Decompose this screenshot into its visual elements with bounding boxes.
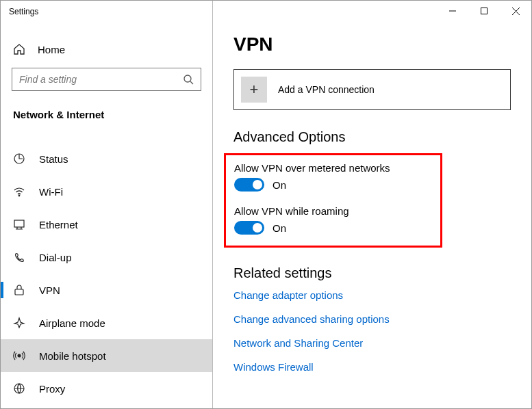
sidebar-item-label: Wi-Fi [39,186,63,198]
svg-point-2 [18,195,20,196]
sidebar-item-label: Airplane mode [39,317,105,329]
link-advanced-sharing[interactable]: Change advanced sharing options [233,313,511,325]
setting-metered-label: Allow VPN over metered networks [234,162,432,174]
search-input[interactable] [19,74,183,85]
sidebar-item-hotspot[interactable]: Mobile hotspot [1,339,212,372]
sidebar-item-label: Proxy [39,383,65,395]
close-button[interactable] [500,1,531,21]
ethernet-icon [13,218,25,230]
window-controls [437,1,531,21]
nav-home[interactable]: Home [1,36,212,64]
search-icon [183,74,194,85]
related-links: Change adapter options Change advanced s… [233,289,511,373]
proxy-icon [13,382,25,395]
sidebar-item-dialup[interactable]: Dial-up [1,241,212,274]
sidebar: Settings Home Network & Internet [1,1,213,408]
dialup-icon [13,251,25,263]
category-title: Network & Internet [1,101,212,130]
svg-point-0 [184,75,191,82]
toggle-metered-state: On [273,179,286,191]
settings-window: Settings Home Network & Internet [1,1,531,408]
add-vpn-label: Add a VPN connection [278,84,375,95]
sidebar-item-label: Status [39,153,68,165]
hotspot-icon [13,349,25,362]
sidebar-item-label: Mobile hotspot [39,350,106,362]
svg-rect-4 [15,289,23,295]
maximize-button[interactable] [468,1,500,21]
advanced-options-title: Advanced Options [233,129,511,145]
nav-list: Status Wi-Fi Ethernet Dial-up [1,142,212,405]
svg-point-5 [18,354,21,357]
home-icon [13,43,25,55]
page-title: VPN [233,34,511,55]
setting-roaming-label: Allow VPN while roaming [234,205,432,217]
sidebar-item-ethernet[interactable]: Ethernet [1,208,212,241]
titlebar: Settings [1,1,212,23]
link-adapter-options[interactable]: Change adapter options [233,289,511,301]
vpn-icon [13,284,25,296]
related-settings-title: Related settings [233,265,511,281]
plus-icon: + [241,77,267,103]
airplane-icon [13,317,25,329]
sidebar-item-label: VPN [39,285,60,296]
toggle-roaming[interactable] [234,221,264,235]
wifi-icon [13,185,25,198]
sidebar-item-label: Dial-up [39,252,72,263]
toggle-metered[interactable] [234,178,264,192]
svg-rect-7 [481,8,487,14]
sidebar-item-label: Ethernet [39,219,78,230]
svg-rect-3 [14,220,24,227]
window-title: Settings [1,7,212,16]
search-box[interactable] [12,68,201,91]
sidebar-item-vpn[interactable]: VPN [1,274,212,306]
home-label: Home [38,44,65,55]
link-network-sharing-center[interactable]: Network and Sharing Center [233,337,511,349]
sidebar-item-proxy[interactable]: Proxy [1,372,212,405]
toggle-roaming-state: On [273,222,286,234]
sidebar-item-status[interactable]: Status [1,142,212,175]
main-content: VPN + Add a VPN connection Advanced Opti… [213,1,531,408]
add-vpn-connection[interactable]: + Add a VPN connection [233,69,511,110]
minimize-button[interactable] [437,1,468,21]
sidebar-item-airplane[interactable]: Airplane mode [1,306,212,339]
sidebar-item-wifi[interactable]: Wi-Fi [1,175,212,208]
highlight-annotation: Allow VPN over metered networks On Allow… [224,153,442,248]
status-icon [13,153,25,165]
link-windows-firewall[interactable]: Windows Firewall [233,361,511,373]
